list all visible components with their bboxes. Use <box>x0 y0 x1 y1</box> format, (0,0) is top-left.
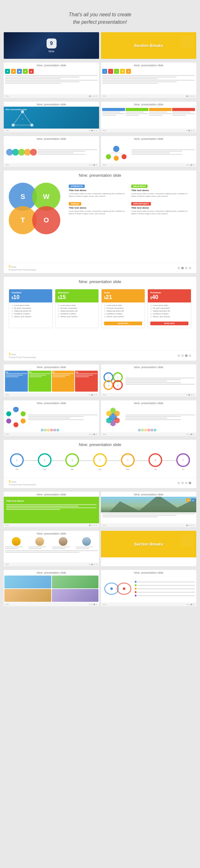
opportunity-badge: OPPORTUNITY <box>131 202 151 206</box>
mp-col-2: $15 <box>28 371 51 392</box>
timeline-slide: Nine: presentation slide 1 Jan 2 Feb 3 <box>4 440 196 488</box>
mountain-photo: ▲ ⊕ <box>101 497 196 513</box>
slide-row-5: Nine: presentation slide $10 $15 <box>0 364 200 400</box>
photo-4 <box>52 589 99 602</box>
pricing-gold: Gold $21 Lorem ipsum dolor Sit amet cons… <box>101 289 145 328</box>
mp-col-1: $10 <box>5 371 28 392</box>
weakness-title: Title text demo <box>131 189 191 192</box>
slide-bottom-5b: Nine <box>101 393 196 397</box>
mini-circles-content: 1 2 3 4 <box>101 369 196 393</box>
icon-red: ▲ <box>29 69 34 74</box>
timeline-items: 1 Jan 2 Feb 3 Mar 4 Apr <box>10 453 190 470</box>
slide-mini-pricing: Nine: presentation slide $10 $15 <box>4 364 99 397</box>
slide-row-2: Nine: presentation slide ✦ ★ ◆ ● ▲ <box>0 63 200 102</box>
hex-ring-svg <box>138 429 160 431</box>
swot-o-circle: O <box>32 206 60 234</box>
triangle-diagram: ▲ <box>10 110 35 127</box>
svg-point-50 <box>154 429 156 431</box>
circular-flow-content <box>4 405 99 429</box>
text-lines-2 <box>102 75 195 84</box>
swot-weakness: WEAKNESS Title text demo Lorem ipsum dol… <box>131 183 191 198</box>
icon-r1: ↑ <box>108 69 113 74</box>
slide-2b-title: Nine: presentation slide <box>101 63 196 68</box>
avatar-3 <box>59 537 67 546</box>
final-diagram-content <box>101 575 196 602</box>
bottom-dots-1 <box>89 95 97 97</box>
slide-row-3: Nine: presentation slide Nine: presentat… <box>0 102 200 136</box>
svg-line-16 <box>116 152 124 154</box>
slide-yellow-section: Section Breaks <box>101 32 196 59</box>
swot-slide: Nine: presentation slide S W T O STRENGT… <box>4 170 196 273</box>
header-line2: the perfect presentation! <box>73 20 127 25</box>
mini-pricing-title: Nine: presentation slide <box>4 364 99 369</box>
svg-point-37 <box>57 429 59 431</box>
yellow-bg-bottom: Section Breaks <box>101 531 196 557</box>
svg-point-34 <box>47 429 49 431</box>
slide-col-cards: Nine: presentation slide <box>101 102 196 132</box>
slide-bottom-8a: Nine <box>4 562 99 566</box>
svg-point-49 <box>151 429 153 431</box>
timeline-bottom-dots <box>177 482 191 484</box>
dark-blue-bg: 9 Nine <box>4 32 99 59</box>
slide-final-diagram: Nine: presentation slide <box>101 570 196 606</box>
slide-bottom-3: Nine <box>4 129 99 132</box>
col-3 <box>149 108 172 127</box>
threat-title: Title text demo <box>69 207 129 209</box>
svg-point-9 <box>30 149 37 155</box>
avatar-1 <box>12 537 21 546</box>
timeline-item-4: 4 Apr <box>93 453 107 470</box>
photo-1 <box>4 576 51 588</box>
svg-point-1 <box>21 110 24 113</box>
pricing-slide-bottom: 9 Nine PowerPoint Presentation <box>4 350 196 361</box>
photo-text <box>101 513 196 518</box>
photo-collage-content <box>4 575 99 602</box>
weakness-text: Lorem ipsum dolor sit amet, consectetur … <box>131 192 191 198</box>
section-breaks-bottom-label: Section Breaks <box>134 542 163 547</box>
svg-text:1: 1 <box>108 377 109 379</box>
svg-point-7 <box>18 149 25 155</box>
photo-mountain-title: Nine: presentation slide <box>101 492 196 497</box>
slide-row-7: Nine: presentation slide Title text demo… <box>0 492 200 531</box>
avatar-4 <box>82 537 91 546</box>
slide-icons-1: Nine: presentation slide ✦ ★ ◆ ● ▲ <box>4 63 99 98</box>
col-1 <box>102 108 125 127</box>
slide-bottom-4b: Nine <box>101 163 196 167</box>
svg-point-2 <box>11 124 15 127</box>
swot-strength: STRENGTH Title text demo Lorem ipsum dol… <box>69 183 129 198</box>
svg-point-26 <box>13 407 19 412</box>
pricing-comfort: Comfort $10 Lorem ipsum dolor Sit amet c… <box>9 289 53 328</box>
gold-features: Lorem ipsum dolor Sit amet consectetur A… <box>102 303 145 320</box>
slide-bottom-4a: Nine <box>4 163 99 167</box>
bottom-logo-2: Nine <box>103 95 106 97</box>
org-svg <box>102 143 130 161</box>
svg-point-27 <box>21 411 26 416</box>
final-diagram-text <box>133 581 195 596</box>
standard-features: Lorem ipsum dolor Sit amet consectetur A… <box>55 303 98 320</box>
timeline-item-5: 5 May <box>121 453 135 470</box>
circular-dots-row <box>4 429 99 432</box>
circular-flow-title: Nine: presentation slide <box>4 400 99 405</box>
people-content <box>4 536 99 562</box>
more-info-premium-btn[interactable]: MORE INFO <box>150 321 189 325</box>
timeline-item-3: 3 Mar <box>65 453 79 470</box>
more-info-gold-btn[interactable]: MORE INFO <box>104 321 142 325</box>
section-breaks-label: Section Breaks <box>134 43 163 48</box>
slide-icons-2: Nine: presentation slide ⌂ ↑ ☆ ⊕ ♦ <box>101 63 196 98</box>
swot-slide-bottom: 9 Nine PowerPoint Presentation <box>4 263 196 273</box>
svg-point-30 <box>6 418 11 424</box>
svg-point-5 <box>6 149 13 155</box>
premium-header: Premium $40 <box>148 289 191 303</box>
slide-bottom-5a: Nine <box>4 393 99 397</box>
pricing-standard: Standard $15 Lorem ipsum dolor Sit amet … <box>55 289 99 328</box>
swot-logo: 9 Nine PowerPoint Presentation <box>9 265 36 271</box>
col-cards-content <box>101 107 196 129</box>
swot-layout: S W T O STRENGTH Title text demo Lorem i… <box>9 183 191 239</box>
slide-2-title: Nine: presentation slide <box>4 63 99 68</box>
pricing-slide-title: Nine: presentation slide <box>4 277 196 285</box>
circular-flow-svg <box>5 407 27 427</box>
swot-content-area: S W T O STRENGTH Title text demo Lorem i… <box>4 179 196 260</box>
bottom-logo-1: Nine <box>6 95 9 97</box>
timeline-item-7: 7 Jul <box>176 453 190 470</box>
icon-y1: ⊕ <box>120 69 125 74</box>
strength-text: Lorem ipsum dolor sit amet, consectetur … <box>69 192 129 198</box>
